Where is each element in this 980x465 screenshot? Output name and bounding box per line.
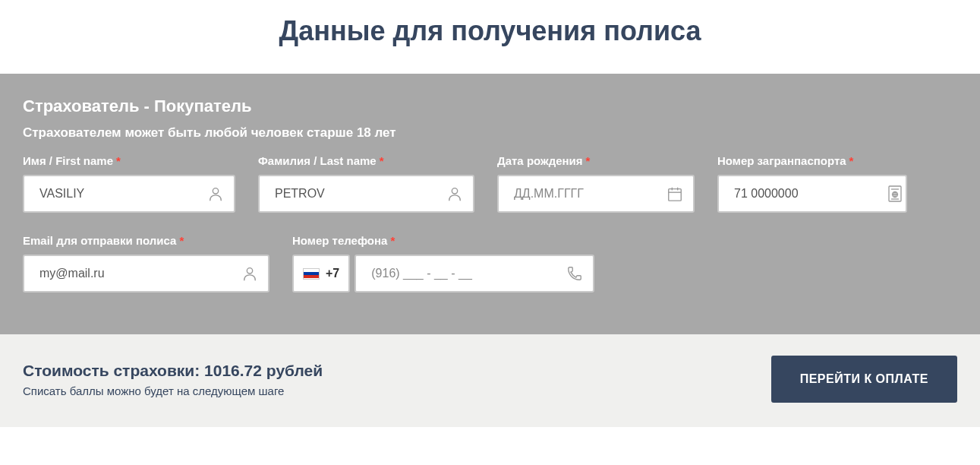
- email-input[interactable]: [39, 267, 241, 280]
- passport-label-text: Номер загранпаспорта: [717, 154, 846, 167]
- svg-point-0: [213, 188, 218, 194]
- phone-icon: [566, 264, 584, 283]
- svg-point-1: [452, 188, 457, 194]
- email-input-wrapper[interactable]: [23, 255, 269, 293]
- passport-label: Номер загранпаспорта*: [717, 154, 907, 167]
- pay-button[interactable]: ПЕРЕЙТИ К ОПЛАТЕ: [771, 356, 957, 403]
- required-asterisk: *: [849, 154, 854, 167]
- last-name-label: Фамилия / Last name*: [258, 154, 474, 167]
- form-row-2: Email для отправки полиса* Номер телефон…: [23, 234, 957, 293]
- section-title: Страхователь - Покупатель: [23, 96, 957, 116]
- required-asterisk: *: [179, 234, 184, 247]
- first-name-group: Имя / First name*: [23, 154, 235, 213]
- footer: Стоимость страховки: 1016.72 рублей Спис…: [0, 334, 980, 427]
- birth-date-label: Дата рождения*: [497, 154, 695, 167]
- passport-group: Номер загранпаспорта*: [717, 154, 907, 213]
- calendar-icon[interactable]: [666, 185, 684, 203]
- phone-input-group: +7: [292, 255, 594, 293]
- birth-date-input[interactable]: [514, 187, 666, 201]
- phone-label: Номер телефона*: [292, 234, 594, 247]
- email-label: Email для отправки полиса*: [23, 234, 269, 247]
- cost-label: Стоимость страховки:: [23, 362, 200, 379]
- page-title: Данные для получения полиса: [0, 0, 980, 74]
- last-name-group: Фамилия / Last name*: [258, 154, 474, 213]
- footer-left: Стоимость страховки: 1016.72 рублей Спис…: [23, 362, 323, 397]
- cost-currency: рублей: [266, 362, 323, 379]
- flag-icon: [303, 268, 320, 280]
- phone-group: Номер телефона* +7: [292, 234, 594, 293]
- required-asterisk: *: [390, 234, 395, 247]
- phone-prefix[interactable]: +7: [292, 255, 350, 293]
- form-row-1: Имя / First name* Фамилия / Last name*: [23, 154, 957, 213]
- phone-input[interactable]: [371, 267, 566, 280]
- person-icon: [446, 185, 464, 203]
- birth-date-label-text: Дата рождения: [497, 154, 583, 167]
- person-icon: [206, 185, 225, 203]
- email-group: Email для отправки полиса*: [23, 234, 269, 293]
- cost-value: 1016.72: [204, 362, 262, 379]
- section-subtitle: Страхователем может быть любой человек с…: [23, 125, 957, 141]
- last-name-input[interactable]: [275, 187, 446, 201]
- svg-point-17: [247, 268, 252, 274]
- first-name-label: Имя / First name*: [23, 154, 235, 167]
- cost-line: Стоимость страховки: 1016.72 рублей: [23, 362, 323, 380]
- email-label-text: Email для отправки полиса: [23, 234, 176, 247]
- form-section: Страхователь - Покупатель Страхователем …: [0, 74, 980, 334]
- first-name-input[interactable]: [39, 187, 206, 201]
- phone-prefix-text: +7: [326, 267, 339, 280]
- first-name-input-wrapper[interactable]: [23, 175, 235, 213]
- birth-date-input-wrapper[interactable]: [497, 175, 695, 213]
- required-asterisk: *: [586, 154, 591, 167]
- phone-input-wrapper[interactable]: [355, 255, 594, 293]
- passport-icon: [886, 185, 904, 203]
- passport-input-wrapper[interactable]: [717, 175, 907, 213]
- svg-rect-2: [669, 189, 682, 201]
- phone-label-text: Номер телефона: [292, 234, 387, 247]
- required-asterisk: *: [116, 154, 121, 167]
- last-name-label-text: Фамилия / Last name: [258, 154, 377, 167]
- birth-date-group: Дата рождения*: [497, 154, 695, 213]
- last-name-input-wrapper[interactable]: [258, 175, 474, 213]
- cost-note: Списать баллы можно будет на следующем ш…: [23, 384, 323, 397]
- required-asterisk: *: [380, 154, 384, 167]
- passport-input[interactable]: [734, 187, 886, 201]
- person-icon: [241, 264, 259, 283]
- first-name-label-text: Имя / First name: [23, 154, 113, 167]
